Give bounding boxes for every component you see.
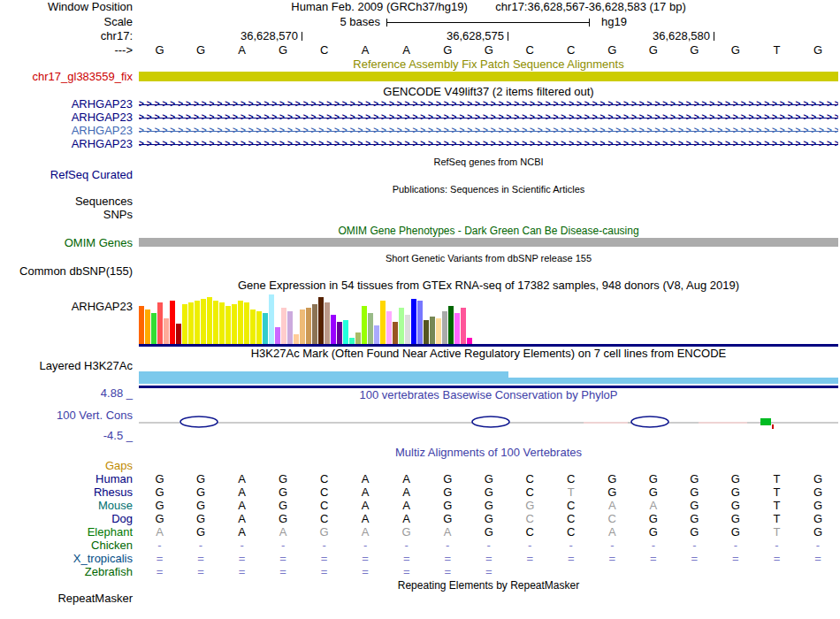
gtex-bar[interactable]	[399, 308, 404, 345]
gtex-header[interactable]: Gene Expression in 54 tissues from GTEx …	[139, 279, 838, 292]
gtex-bar-chart[interactable]	[139, 294, 838, 345]
repeatmasker-header[interactable]: Repeating Elements by RepeatMasker	[139, 579, 838, 592]
gtex-bar[interactable]	[355, 332, 361, 345]
fix-patch-track-label[interactable]: chr17_gl383559_fix	[0, 71, 133, 83]
gtex-bar[interactable]	[157, 302, 163, 345]
gtex-bar[interactable]	[362, 306, 367, 345]
gtex-bar[interactable]	[331, 315, 336, 345]
species-label-human[interactable]: Human	[0, 473, 133, 485]
gtex-bar[interactable]	[436, 318, 441, 345]
h3k27ac-signal-full[interactable]	[139, 378, 838, 384]
species-label-rhesus[interactable]: Rhesus	[0, 486, 133, 499]
gtex-bar[interactable]	[306, 308, 311, 345]
gencode-transcript-label[interactable]: ARHGAP23	[0, 138, 133, 150]
alignment-row-human[interactable]: GGAGCAAGGCCGGGGTG	[139, 473, 838, 485]
alignment-row-x_tropicalis[interactable]: =================	[139, 553, 838, 565]
h3k27ac-header[interactable]: H3K27Ac Mark (Often Found Near Active Re…	[139, 348, 838, 360]
gtex-bar[interactable]	[318, 297, 324, 345]
gencode-transcript-row[interactable]: >>>>>>>>>>>>>>>>>>>>>>>>>>>>>>>>>>>>>>>>…	[139, 98, 838, 111]
omim-header[interactable]: OMIM Gene Phenotypes - Dark Green Can Be…	[139, 225, 838, 237]
common-dbsnp-label[interactable]: Common dbSNP(155)	[0, 265, 133, 278]
species-label-zebrafish[interactable]: Zebrafish	[0, 566, 133, 578]
gtex-bar[interactable]	[170, 301, 175, 345]
gtex-bar[interactable]	[263, 313, 268, 345]
gtex-bar[interactable]	[368, 313, 373, 345]
multiz-header[interactable]: Multiz Alignments of 100 Vertebrates	[139, 447, 838, 459]
gtex-bar[interactable]	[337, 322, 342, 345]
alignment-row-rhesus[interactable]: GGAGCAAGGCTGGGGTG	[139, 486, 838, 499]
gtex-bar[interactable]	[182, 304, 187, 345]
gtex-bar[interactable]	[312, 304, 317, 345]
gtex-bar[interactable]	[380, 301, 386, 345]
omim-genes-bar[interactable]	[139, 238, 838, 247]
alignment-row-dog[interactable]: GGAGCAAGGCCCGGGTG	[139, 513, 838, 525]
gtex-bar[interactable]	[374, 325, 379, 345]
gtex-bar[interactable]	[176, 324, 181, 345]
gtex-bar[interactable]	[405, 315, 410, 345]
snps-track-label[interactable]: SNPs	[0, 209, 133, 221]
gencode-transcript-label[interactable]: ARHGAP23	[0, 125, 133, 137]
refseq-curated-label[interactable]: RefSeq Curated	[0, 169, 133, 181]
gtex-bar[interactable]	[417, 301, 423, 345]
gtex-bar[interactable]	[269, 294, 274, 345]
species-label-chicken[interactable]: Chicken	[0, 539, 133, 552]
gtex-gene-label[interactable]: ARHGAP23	[0, 301, 133, 313]
dbsnp-header[interactable]: Short Genetic Variants from dbSNP releas…	[139, 252, 838, 264]
gtex-bar[interactable]	[232, 304, 237, 345]
gtex-bar[interactable]	[145, 310, 150, 345]
gtex-bar[interactable]	[225, 306, 231, 345]
gtex-bar[interactable]	[442, 311, 447, 345]
gtex-bar[interactable]	[430, 317, 435, 345]
gtex-bar[interactable]	[275, 327, 280, 345]
gencode-header[interactable]: GENCODE V49lift37 (2 items filtered out)	[139, 86, 838, 98]
gtex-bar[interactable]	[424, 320, 429, 345]
gtex-bar[interactable]	[164, 318, 169, 345]
gtex-bar[interactable]	[139, 306, 144, 345]
gtex-bar[interactable]	[393, 322, 398, 345]
h3k27ac-signal-left[interactable]	[139, 371, 508, 378]
species-label-mouse[interactable]: Mouse	[0, 500, 133, 512]
layered-h3k27ac-label[interactable]: Layered H3K27Ac	[0, 360, 133, 372]
gtex-bar[interactable]	[238, 301, 243, 345]
gtex-bar[interactable]	[207, 297, 212, 345]
gencode-transcript-row[interactable]: >>>>>>>>>>>>>>>>>>>>>>>>>>>>>>>>>>>>>>>>…	[139, 111, 838, 124]
gtex-bar[interactable]	[213, 301, 218, 345]
gtex-bar[interactable]	[244, 302, 249, 345]
gtex-bar[interactable]	[300, 310, 305, 345]
omim-genes-label[interactable]: OMIM Genes	[0, 237, 133, 249]
gencode-transcript-label[interactable]: ARHGAP23	[0, 98, 133, 111]
gtex-bar[interactable]	[281, 308, 286, 345]
gtex-bar[interactable]	[256, 311, 262, 345]
base-position-ruler[interactable]: 36,628,57036,628,57536,628,580	[139, 30, 838, 42]
gtex-bar[interactable]	[195, 301, 200, 345]
gtex-bar[interactable]	[448, 306, 454, 345]
gtex-bar[interactable]	[343, 320, 348, 345]
phylop-header[interactable]: 100 vertebrates Basewise Conservation by…	[139, 389, 838, 401]
alignment-row-elephant[interactable]: AGAAGAGAGCCAGGGTG	[139, 526, 838, 539]
gtex-bar[interactable]	[411, 299, 416, 345]
repeatmasker-label[interactable]: RepeatMasker	[0, 592, 133, 605]
gtex-bar[interactable]	[188, 302, 194, 345]
gtex-bar[interactable]	[287, 311, 293, 345]
species-label-elephant[interactable]: Elephant	[0, 526, 133, 539]
gencode-transcript-row[interactable]: >>>>>>>>>>>>>>>>>>>>>>>>>>>>>>>>>>>>>>>>…	[139, 125, 838, 137]
gtex-bar[interactable]	[201, 299, 206, 345]
species-label-dog[interactable]: Dog	[0, 513, 133, 525]
gtex-bar[interactable]	[151, 313, 157, 345]
gencode-transcript-label[interactable]: ARHGAP23	[0, 111, 133, 124]
gtex-bar[interactable]	[454, 313, 460, 345]
phylop-track[interactable]	[139, 404, 838, 436]
alignment-row-chicken[interactable]: -----------------	[139, 539, 838, 552]
alignment-row-mouse[interactable]: GGAGCAAGGGCAAGGTG	[139, 500, 838, 512]
alignment-row-zebrafish[interactable]: =========	[139, 566, 838, 578]
gtex-bar[interactable]	[461, 308, 466, 345]
sequences-track-label[interactable]: Sequences	[0, 195, 133, 208]
gaps-label[interactable]: Gaps	[0, 460, 133, 472]
gtex-bar[interactable]	[219, 302, 225, 345]
gencode-transcript-row[interactable]: >>>>>>>>>>>>>>>>>>>>>>>>>>>>>>>>>>>>>>>>…	[139, 138, 838, 150]
publications-header[interactable]: Publications: Sequences in Scientific Ar…	[139, 183, 838, 195]
gtex-bar[interactable]	[386, 311, 392, 345]
vert-cons-label[interactable]: 100 Vert. Cons	[0, 409, 133, 422]
species-label-x_tropicalis[interactable]: X_tropicalis	[0, 553, 133, 565]
gtex-bar[interactable]	[325, 302, 330, 345]
